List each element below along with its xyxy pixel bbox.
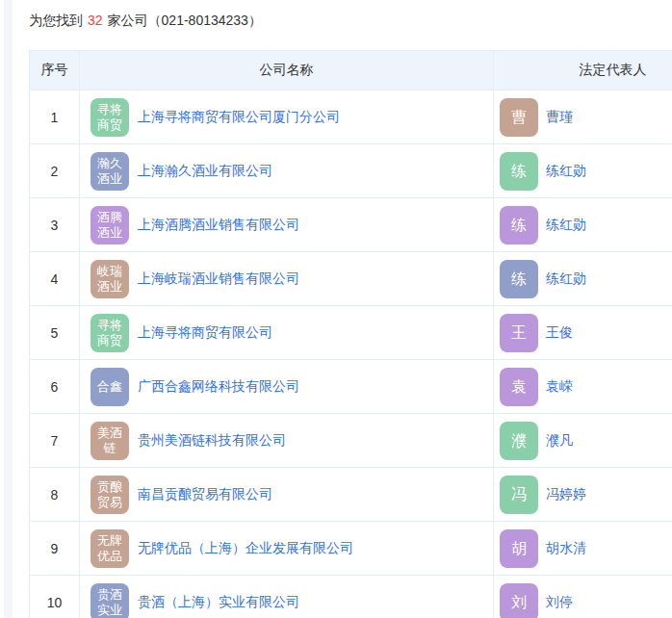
company-abbr-line: 寻将 [97, 318, 122, 333]
company-name-link[interactable]: 上海岐瑞酒业销售有限公司 [138, 270, 299, 288]
result-summary: 为您找到32家公司（021-80134233） [29, 13, 262, 30]
rep-name-link[interactable]: 冯婷婷 [546, 486, 586, 503]
company-logo-badge[interactable]: 瀚久酒业 [90, 152, 129, 191]
row-index: 8 [30, 468, 80, 522]
table-row: 7 美酒链 贵州美酒链科技有限公司 濮 濮凡 [30, 414, 672, 468]
table-row: 4 岐瑞酒业 上海岐瑞酒业销售有限公司 练 练红勋 [30, 252, 672, 306]
company-name-link[interactable]: 广西合鑫网络科技有限公司 [138, 378, 299, 396]
rep-avatar[interactable]: 冯 [500, 476, 538, 514]
rep-name-link[interactable]: 曹瑾 [546, 109, 573, 126]
company-cell: 贵酒实业 贵酒（上海）实业有限公司 [80, 576, 494, 618]
rep-name-link[interactable]: 练红勋 [546, 270, 586, 288]
company-abbr-line: 无牌 [97, 533, 122, 549]
company-abbr-line: 优品 [97, 549, 122, 564]
table-row: 8 贡酿贸易 南昌贡酿贸易有限公司 冯 冯婷婷 [30, 468, 672, 522]
company-logo-badge[interactable]: 寻将商贸 [90, 98, 129, 137]
company-name-link[interactable]: 上海寻将商贸有限公司厦门分公司 [138, 109, 340, 126]
rep-avatar[interactable]: 袁 [500, 368, 538, 406]
company-logo-badge[interactable]: 美酒链 [90, 422, 129, 460]
company-logo-badge[interactable]: 酒腾酒业 [90, 206, 129, 245]
page-left-gutter [4, 0, 13, 618]
company-abbr-line: 合鑫 [97, 379, 122, 395]
company-cell: 合鑫 广西合鑫网络科技有限公司 [80, 360, 494, 414]
company-abbr-line: 美酒 [97, 425, 122, 441]
rep-cell: 袁 袁嵘 [494, 360, 672, 414]
company-abbr-line: 寻将 [97, 102, 122, 117]
company-cell: 无牌优品 无牌优品（上海）企业发展有限公司 [80, 522, 494, 576]
company-table: 序号 公司名称 法定代表人 1 寻将商贸 上海寻将商贸有限公司厦门分公司 曹 曹… [29, 50, 672, 618]
rep-avatar[interactable]: 练 [500, 152, 538, 191]
rep-avatar[interactable]: 练 [500, 206, 538, 245]
company-logo-badge[interactable]: 贵酒实业 [90, 583, 129, 618]
company-logo-badge[interactable]: 岐瑞酒业 [90, 260, 129, 298]
company-logo-badge[interactable]: 寻将商贸 [90, 314, 129, 352]
table-row: 5 寻将商贸 上海寻将商贸有限公司 王 王俊 [30, 306, 672, 360]
company-name-link[interactable]: 南昌贡酿贸易有限公司 [138, 486, 272, 503]
company-name-link[interactable]: 上海瀚久酒业有限公司 [138, 163, 272, 180]
result-phone: （021-80134233） [148, 13, 262, 28]
rep-cell: 练 练红勋 [494, 144, 672, 198]
table-row: 3 酒腾酒业 上海酒腾酒业销售有限公司 练 练红勋 [30, 198, 672, 252]
row-index: 7 [30, 414, 80, 468]
company-cell: 贡酿贸易 南昌贡酿贸易有限公司 [80, 468, 494, 522]
company-name-link[interactable]: 贵酒（上海）实业有限公司 [138, 594, 299, 611]
rep-cell: 濮 濮凡 [494, 414, 672, 468]
company-logo-badge[interactable]: 贡酿贸易 [90, 476, 129, 514]
rep-avatar[interactable]: 刘 [500, 583, 538, 618]
table-row: 2 瀚久酒业 上海瀚久酒业有限公司 练 练红勋 [30, 144, 672, 198]
company-logo-badge[interactable]: 合鑫 [90, 368, 129, 406]
row-index: 4 [30, 252, 80, 306]
rep-name-link[interactable]: 袁嵘 [546, 378, 573, 396]
rep-cell: 刘 刘停 [494, 576, 672, 618]
table-row: 1 寻将商贸 上海寻将商贸有限公司厦门分公司 曹 曹瑾 [30, 90, 672, 144]
rep-avatar[interactable]: 濮 [500, 422, 538, 460]
result-count: 32 [88, 13, 103, 28]
company-name-link[interactable]: 上海酒腾酒业销售有限公司 [138, 217, 299, 234]
company-cell: 寻将商贸 上海寻将商贸有限公司 [80, 306, 494, 360]
row-index: 9 [30, 522, 80, 576]
company-abbr-line: 酒腾 [97, 210, 122, 225]
rep-name-link[interactable]: 练红勋 [546, 217, 586, 234]
result-summary-suffix: 家公司 [108, 13, 148, 28]
company-name-link[interactable]: 贵州美酒链科技有限公司 [138, 432, 286, 450]
company-abbr-line: 商贸 [97, 333, 122, 348]
result-summary-prefix: 为您找到 [29, 13, 83, 28]
company-abbr-line: 酒业 [97, 225, 122, 241]
company-cell: 瀚久酒业 上海瀚久酒业有限公司 [80, 144, 494, 198]
company-cell: 寻将商贸 上海寻将商贸有限公司厦门分公司 [80, 90, 494, 144]
rep-cell: 练 练红勋 [494, 198, 672, 252]
company-abbr-line: 贡酿 [97, 479, 122, 495]
col-header-company: 公司名称 [80, 51, 494, 90]
company-abbr-line: 贸易 [97, 495, 122, 510]
rep-avatar[interactable]: 王 [500, 314, 538, 352]
table-row: 6 合鑫 广西合鑫网络科技有限公司 袁 袁嵘 [30, 360, 672, 414]
rep-cell: 冯 冯婷婷 [494, 468, 672, 522]
row-index: 1 [30, 90, 80, 144]
col-header-rep: 法定代表人 [494, 51, 672, 90]
rep-name-link[interactable]: 胡水清 [546, 540, 586, 557]
company-abbr-line: 链 [104, 441, 116, 456]
rep-cell: 胡 胡水清 [494, 522, 672, 576]
table-row: 10 贵酒实业 贵酒（上海）实业有限公司 刘 刘停 [30, 576, 672, 618]
rep-name-link[interactable]: 刘停 [546, 594, 573, 611]
rep-cell: 王 王俊 [494, 306, 672, 360]
row-index: 3 [30, 198, 80, 252]
rep-name-link[interactable]: 濮凡 [546, 432, 573, 450]
company-name-link[interactable]: 上海寻将商贸有限公司 [138, 324, 272, 342]
company-cell: 岐瑞酒业 上海岐瑞酒业销售有限公司 [80, 252, 494, 306]
company-logo-badge[interactable]: 无牌优品 [90, 529, 129, 568]
rep-cell: 练 练红勋 [494, 252, 672, 306]
company-cell: 美酒链 贵州美酒链科技有限公司 [80, 414, 494, 468]
rep-name-link[interactable]: 王俊 [546, 324, 573, 342]
row-index: 5 [30, 306, 80, 360]
table-row: 9 无牌优品 无牌优品（上海）企业发展有限公司 胡 胡水清 [30, 522, 672, 576]
col-header-index: 序号 [30, 51, 80, 90]
rep-avatar[interactable]: 练 [500, 260, 538, 298]
company-name-link[interactable]: 无牌优品（上海）企业发展有限公司 [138, 540, 353, 557]
rep-name-link[interactable]: 练红勋 [546, 163, 586, 180]
company-abbr-line: 酒业 [97, 171, 122, 187]
rep-avatar[interactable]: 胡 [500, 529, 538, 568]
company-abbr-line: 酒业 [97, 279, 122, 295]
company-cell: 酒腾酒业 上海酒腾酒业销售有限公司 [80, 198, 494, 252]
rep-avatar[interactable]: 曹 [500, 98, 538, 137]
